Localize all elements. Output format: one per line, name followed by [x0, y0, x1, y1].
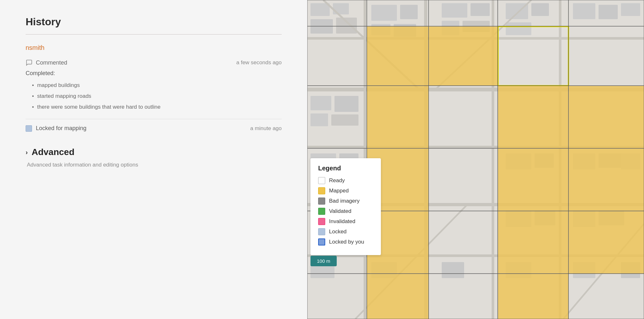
- comment-entry-header: Commented a few seconds ago: [26, 59, 282, 66]
- svg-rect-52: [621, 262, 640, 278]
- locked-swatch: [318, 228, 325, 235]
- svg-rect-30: [334, 96, 358, 112]
- bullet-item-3: there were some buildings that were hard…: [32, 102, 282, 113]
- svg-rect-50: [506, 262, 531, 278]
- bullet-list: mapped buildings started mapping roads t…: [26, 80, 282, 113]
- svg-rect-32: [331, 114, 358, 126]
- user-link[interactable]: nsmith: [26, 44, 282, 51]
- svg-rect-26: [573, 3, 595, 19]
- advanced-header[interactable]: › Advanced: [26, 147, 282, 157]
- svg-rect-13: [310, 19, 333, 34]
- history-divider: [26, 34, 282, 35]
- svg-rect-20: [471, 3, 490, 16]
- lock-left: Locked for mapping: [26, 125, 86, 132]
- mapped-swatch: [318, 187, 325, 194]
- svg-rect-40: [621, 153, 640, 169]
- svg-rect-21: [442, 21, 459, 35]
- svg-rect-51: [573, 262, 595, 278]
- svg-rect-18: [394, 24, 416, 37]
- legend: Legend Ready Mapped Bad imagery Validate…: [310, 158, 381, 255]
- lock-label: Locked for mapping: [36, 125, 86, 132]
- svg-rect-16: [400, 5, 418, 19]
- svg-rect-11: [310, 3, 330, 16]
- invalidated-label: Invalidated: [329, 218, 355, 225]
- svg-rect-45: [573, 211, 595, 227]
- comment-entry: Commented a few seconds ago Completed: m…: [26, 59, 282, 113]
- scale-bar: 100 m: [310, 256, 337, 266]
- svg-rect-29: [310, 96, 331, 110]
- mapped-label: Mapped: [329, 188, 349, 194]
- locked-label: Locked: [329, 229, 347, 235]
- svg-rect-44: [535, 211, 555, 225]
- history-title: History: [26, 16, 282, 28]
- validated-label: Validated: [329, 208, 351, 214]
- advanced-section: › Advanced Advanced task information and…: [26, 147, 282, 168]
- right-panel[interactable]: Legend Ready Mapped Bad imagery Validate…: [307, 0, 644, 319]
- completed-label: Completed:: [26, 70, 282, 77]
- advanced-description: Advanced task information and editing op…: [27, 162, 282, 168]
- svg-rect-12: [333, 3, 349, 14]
- svg-rect-28: [621, 3, 640, 16]
- legend-item-locked-you: Locked by you: [318, 238, 373, 245]
- ready-swatch: [318, 177, 325, 184]
- locked-you-swatch: [318, 238, 325, 245]
- comment-icon: [26, 59, 33, 66]
- svg-rect-31: [310, 113, 328, 126]
- legend-item-locked: Locked: [318, 228, 373, 235]
- comment-label: Commented: [36, 59, 67, 66]
- svg-rect-17: [371, 24, 390, 35]
- svg-rect-19: [442, 3, 467, 18]
- svg-rect-36: [506, 153, 531, 169]
- svg-rect-39: [599, 153, 624, 168]
- scale-label: 100 m: [317, 258, 330, 264]
- lock-entry: Locked for mapping a minute ago: [26, 119, 282, 137]
- svg-rect-22: [463, 21, 490, 32]
- ready-label: Ready: [329, 177, 345, 184]
- svg-rect-25: [506, 22, 531, 35]
- svg-rect-24: [531, 3, 549, 16]
- svg-rect-46: [599, 211, 624, 225]
- comment-time: a few seconds ago: [236, 59, 282, 66]
- legend-item-ready: Ready: [318, 177, 373, 184]
- lock-icon-box: [26, 125, 32, 132]
- legend-item-bad: Bad imagery: [318, 198, 373, 205]
- svg-rect-38: [573, 153, 595, 169]
- svg-rect-43: [506, 211, 531, 227]
- bad-swatch: [318, 198, 325, 205]
- legend-item-validated: Validated: [318, 208, 373, 215]
- svg-rect-48: [371, 262, 397, 278]
- legend-item-invalidated: Invalidated: [318, 218, 373, 225]
- advanced-chevron-icon: ›: [26, 149, 28, 156]
- legend-title: Legend: [318, 165, 373, 172]
- legend-item-mapped: Mapped: [318, 187, 373, 194]
- lock-time: a minute ago: [250, 125, 282, 132]
- left-panel: History nsmith Commented a few seconds a…: [0, 0, 307, 319]
- svg-rect-15: [371, 5, 397, 21]
- svg-rect-14: [336, 18, 357, 34]
- locked-you-label: Locked by you: [329, 239, 364, 245]
- bullet-item-1: mapped buildings: [32, 80, 282, 91]
- svg-rect-37: [535, 153, 554, 168]
- svg-rect-27: [599, 5, 618, 19]
- advanced-title: Advanced: [32, 147, 75, 157]
- invalidated-swatch: [318, 218, 325, 225]
- bullet-item-2: started mapping roads: [32, 91, 282, 102]
- bad-label: Bad imagery: [329, 198, 359, 204]
- svg-rect-49: [442, 262, 464, 278]
- validated-swatch: [318, 208, 325, 215]
- comment-entry-type: Commented: [26, 59, 67, 66]
